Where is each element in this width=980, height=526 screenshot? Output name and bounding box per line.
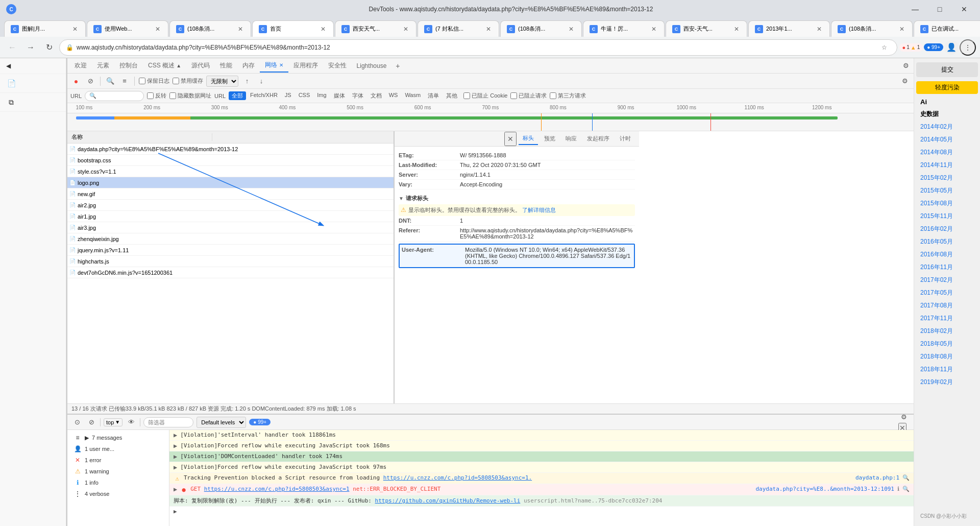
- req-row-7[interactable]: 📄 air3.jpg: [67, 222, 394, 233]
- req-row-2[interactable]: 📄 style.css?v=1.1: [67, 166, 394, 177]
- preserve-log-checkbox[interactable]: [139, 78, 145, 84]
- notification-badge[interactable]: ● 99+: [924, 43, 943, 51]
- userscript-source[interactable]: userscript.html?name..75-dbce7cc032e7:20…: [524, 497, 663, 504]
- resp-tab-timing[interactable]: 计时: [616, 133, 635, 145]
- devtools-tab-welcome[interactable]: 欢迎: [69, 59, 92, 72]
- tab-11-close[interactable]: ✕: [898, 25, 906, 33]
- filter-clear[interactable]: 清单: [425, 91, 442, 100]
- hide-data-urls-checkbox[interactable]: [169, 92, 176, 99]
- export-button[interactable]: ↓: [256, 76, 267, 87]
- filter-wasm[interactable]: Wasm: [402, 91, 424, 100]
- devtools-tab-console[interactable]: 控制台: [114, 59, 143, 72]
- msg-source-4[interactable]: daydata.php:1: [855, 474, 899, 481]
- date-2016-11[interactable]: 2016年11月: [916, 261, 978, 274]
- date-2015-02[interactable]: 2015年02月: [916, 172, 978, 184]
- tab-5-close[interactable]: ✕: [402, 25, 410, 33]
- console-expand-row[interactable]: ▶: [169, 507, 914, 516]
- console-info[interactable]: ℹ 1 info: [69, 477, 167, 488]
- hide-data-urls-label[interactable]: 隐藏数据网址: [169, 92, 211, 100]
- log-level-select[interactable]: Default levels: [197, 417, 246, 428]
- network-settings-button[interactable]: ⚙: [899, 76, 911, 87]
- resp-tab-headers[interactable]: 标头: [519, 132, 538, 145]
- filter-fetch-xhr[interactable]: Fetch/XHR: [247, 91, 281, 100]
- console-warnings[interactable]: ⚠ 1 warning: [69, 466, 167, 477]
- date-2015-05[interactable]: 2015年05月: [916, 184, 978, 197]
- third-party-label[interactable]: 第三方请求: [550, 92, 586, 100]
- devtools-tab-lighthouse[interactable]: Lighthouse: [352, 60, 392, 71]
- tab-11[interactable]: C (108条消... ✕: [831, 20, 913, 37]
- devtools-tab-memory[interactable]: 内存: [237, 59, 260, 72]
- devtools-tab-elements[interactable]: 元素: [92, 59, 114, 72]
- tab-10[interactable]: C 2013年1... ✕: [748, 20, 830, 37]
- tab-5[interactable]: C 西安天气... ✕: [335, 20, 416, 37]
- devtools-tab-performance[interactable]: 性能: [215, 59, 237, 72]
- req-row-0[interactable]: 📄 daydata.php?city=%E8%A5%BF%E5%AE%89&mo…: [67, 144, 394, 155]
- tab-9-close[interactable]: ✕: [732, 25, 741, 33]
- console-clear-button[interactable]: ⊘: [86, 417, 97, 428]
- tab-6-close[interactable]: ✕: [484, 25, 493, 33]
- tab-12[interactable]: C 已在调试... ✕: [914, 20, 980, 37]
- req-row-11[interactable]: 📄 devt7ohGcDN6.min.js?v=1651200361: [67, 267, 394, 278]
- tab-1[interactable]: C 图解|月... ✕: [4, 20, 86, 37]
- expand-5[interactable]: ▶: [174, 486, 177, 493]
- console-all-messages[interactable]: ≡ ▶ 7 messages: [69, 432, 167, 443]
- req-row-9[interactable]: 📄 jquery.min.js?v=1.11: [67, 245, 394, 256]
- req-row-1[interactable]: 📄 bootstrap.css: [67, 155, 394, 166]
- back-button[interactable]: ←: [4, 39, 20, 56]
- tab-9[interactable]: C 西安-天气... ✕: [666, 20, 747, 37]
- forward-button[interactable]: →: [22, 39, 39, 56]
- sidebar-item-new-sidebar[interactable]: ⧉: [0, 93, 66, 112]
- date-2019-02[interactable]: 2019年02月: [916, 376, 978, 389]
- date-2014-08[interactable]: 2014年08月: [916, 146, 978, 159]
- date-2017-05[interactable]: 2017年05月: [916, 286, 978, 299]
- blocked-requests-label[interactable]: 已阻止请求: [510, 92, 547, 100]
- devtools-tab-network[interactable]: 网络 ✕: [260, 59, 288, 73]
- req-row-5[interactable]: 📄 air2.jpg: [67, 200, 394, 211]
- console-verbose[interactable]: ⋮ 4 verbose: [69, 488, 167, 499]
- record-button[interactable]: ●: [70, 76, 82, 87]
- context-filter[interactable]: top ▼: [104, 418, 122, 426]
- blocked-cookies-checkbox[interactable]: [463, 92, 470, 99]
- filter-media[interactable]: 媒体: [331, 91, 348, 100]
- date-2014-05[interactable]: 2014年05月: [916, 133, 978, 146]
- req-row-8[interactable]: 📄 zhenqiweixin.jpg: [67, 233, 394, 245]
- profile-avatar[interactable]: 👤: [944, 40, 959, 55]
- console-errors[interactable]: ✕ 1 error: [69, 455, 167, 466]
- filter-ws[interactable]: WS: [386, 91, 401, 100]
- filter-css[interactable]: CSS: [296, 91, 313, 100]
- expand-1[interactable]: ▶: [174, 442, 177, 449]
- request-list-wrapper[interactable]: 📄 daydata.php?city=%E8%A5%BF%E5%AE%89&mo…: [67, 144, 394, 403]
- req-row-10[interactable]: 📄 highcharts.js: [67, 256, 394, 267]
- preserve-log-label[interactable]: 保留日志: [139, 77, 169, 85]
- date-2018-08[interactable]: 2018年08月: [916, 350, 978, 363]
- expand-2[interactable]: ▶: [174, 453, 177, 460]
- maximize-button[interactable]: □: [928, 2, 951, 17]
- date-2018-02[interactable]: 2018年02月: [916, 325, 978, 338]
- filter-all[interactable]: 全部: [229, 91, 246, 100]
- import-button[interactable]: ↑: [241, 76, 253, 87]
- req-row-6[interactable]: 📄 air1.jpg: [67, 211, 394, 222]
- network-tab-close-icon[interactable]: ✕: [279, 62, 283, 68]
- req-row-3-selected[interactable]: 📄 logo.png: [67, 177, 394, 188]
- tab-8[interactable]: C 牛逼！厉... ✕: [583, 20, 665, 37]
- triangle-icon[interactable]: ▼: [399, 196, 404, 201]
- clear-button[interactable]: ⊘: [85, 76, 96, 87]
- console-badge[interactable]: ● 99+: [249, 419, 271, 425]
- expand-0[interactable]: ▶: [174, 432, 177, 439]
- reload-button[interactable]: ↻: [41, 39, 57, 56]
- tab-4-active[interactable]: C 首页 ✕: [252, 20, 334, 37]
- date-2015-08[interactable]: 2015年08月: [916, 197, 978, 210]
- date-2014-11[interactable]: 2014年11月: [916, 159, 978, 172]
- console-user-messages[interactable]: 👤 1 user me...: [69, 443, 167, 455]
- github-url-6[interactable]: https://github.com/qxinGitHub/Remove-web…: [375, 497, 521, 504]
- tab-2[interactable]: C 使用Web... ✕: [87, 20, 168, 37]
- filter-other[interactable]: 其他: [443, 91, 460, 100]
- source-search-icon-4[interactable]: 🔍: [902, 474, 910, 481]
- devtools-tab-security[interactable]: 安全性: [323, 59, 352, 72]
- blocked-requests-checkbox[interactable]: [510, 92, 517, 99]
- filter-input-wrapper[interactable]: 🔍: [85, 91, 144, 101]
- learn-more-link[interactable]: 了解详细信息: [522, 207, 556, 213]
- throttle-select[interactable]: 无限制: [206, 76, 238, 87]
- tab-3[interactable]: C (108条消... ✕: [169, 20, 251, 37]
- tab-3-close[interactable]: ✕: [236, 25, 244, 33]
